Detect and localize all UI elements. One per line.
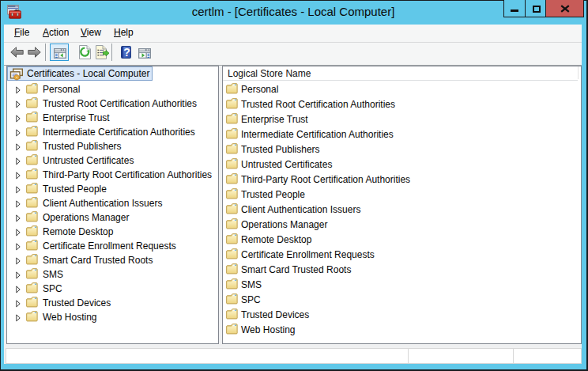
svg-text:?: ?	[123, 46, 130, 59]
